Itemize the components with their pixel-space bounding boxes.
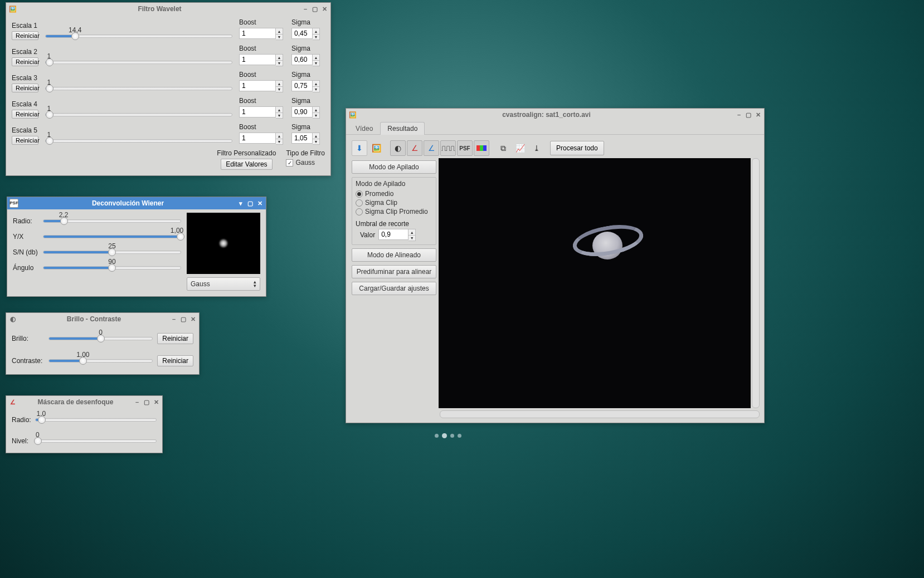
wiener-title: Deconvolución Wiener: [21, 199, 235, 207]
scale-row-2: Escala 2 Reiniciar 1 Boost ▲▼ Sigma ▲▼: [12, 45, 325, 66]
wiener-titlebar[interactable]: PSF Deconvolución Wiener ▾ ▢ ✕: [7, 197, 266, 209]
scale1-slider[interactable]: [45, 35, 232, 38]
scale1-sigma-spinner[interactable]: ▲▼: [291, 28, 325, 40]
result-image-view[interactable]: [439, 158, 751, 408]
psf-method-value: Gauss: [191, 280, 210, 288]
copy-icon[interactable]: ⧉: [495, 140, 511, 156]
unsharp-radius-slider[interactable]: [35, 418, 157, 422]
angle-red-tool-icon[interactable]: ∠: [407, 140, 422, 156]
rgb-align-icon[interactable]: [474, 140, 489, 156]
toolbar: ⬇ 🖼️ ◐ ∠ ∠ ⎍⎍⎍ PSF ⧉ 📈 ⤓ Procesar todo: [349, 138, 761, 158]
brightness-label: Brillo:: [12, 335, 44, 342]
curve-icon: ∠: [8, 398, 17, 406]
clip-value-spinner[interactable]: ▲▼: [378, 229, 416, 241]
stack-opt-sigmaavg[interactable]: Sigma Clip Promedio: [356, 208, 432, 215]
unsharp-level-label: Nivel:: [12, 437, 32, 445]
app-icon: 🖼️: [348, 110, 357, 119]
unsharp-titlebar[interactable]: ∠ Máscara de desenfoque – ▢ ✕: [6, 396, 162, 408]
psf-tool-icon[interactable]: PSF: [457, 140, 473, 156]
close-icon[interactable]: ✕: [152, 398, 160, 406]
maximize-icon[interactable]: ▢: [311, 5, 319, 13]
contrast-icon: ◐: [8, 315, 17, 324]
maximize-icon[interactable]: ▢: [143, 398, 150, 406]
maximize-icon[interactable]: ▢: [745, 111, 752, 119]
scale5-reset-button[interactable]: Reiniciar: [12, 136, 38, 145]
contrast-reset-button[interactable]: Reiniciar: [157, 355, 193, 366]
close-icon[interactable]: ✕: [256, 199, 264, 207]
process-all-button[interactable]: Procesar todo: [550, 141, 604, 155]
angle-slider[interactable]: [43, 266, 181, 270]
scale1-boost-spinner[interactable]: ▲▼: [239, 28, 287, 40]
align-mode-button[interactable]: Modo de Alineado: [352, 248, 436, 262]
contrast-tool-icon[interactable]: ◐: [390, 140, 406, 156]
minimize-icon[interactable]: –: [735, 111, 743, 119]
vertical-scrollbar[interactable]: [752, 158, 760, 408]
brightness-reset-button[interactable]: Reiniciar: [157, 333, 193, 344]
unsharp-level-slider[interactable]: [35, 439, 157, 443]
tab-video[interactable]: Vídeo: [348, 122, 380, 135]
contrast-slider[interactable]: [48, 359, 153, 363]
minimize-icon[interactable]: –: [170, 315, 178, 323]
wavelet-window: 🖼️ Filtro Wavelet – ▢ ✕ Escala 1 Reinici…: [6, 2, 331, 176]
sigma-label: Sigma: [291, 18, 325, 26]
tab-result[interactable]: Resultado: [380, 122, 425, 135]
scale2-slider[interactable]: [45, 61, 232, 64]
minimize-icon[interactable]: –: [301, 5, 309, 13]
yx-label: Y/X: [13, 233, 38, 241]
scale2-reset-button[interactable]: Reiniciar: [12, 57, 38, 66]
gauss-checkbox[interactable]: ✓ Gauss: [286, 159, 325, 166]
scale3-reset-button[interactable]: Reiniciar: [12, 84, 38, 92]
close-icon[interactable]: ✕: [320, 5, 328, 13]
scale3-sigma-spinner[interactable]: ▲▼: [291, 80, 325, 92]
custom-filter-label: Filtro Personalizado: [217, 149, 276, 157]
anchor-down-icon[interactable]: ⤓: [529, 140, 544, 156]
angle-blue-tool-icon[interactable]: ∠: [424, 140, 439, 156]
wavelet-window-icon: 🖼️: [8, 4, 17, 13]
close-icon[interactable]: ✕: [189, 315, 197, 323]
psf-preview: [187, 213, 260, 274]
stack-opt-avg[interactable]: Promedio: [356, 190, 432, 198]
close-icon[interactable]: ✕: [754, 111, 762, 119]
scale5-sigma-spinner[interactable]: ▲▼: [291, 133, 325, 145]
scale4-boost-spinner[interactable]: ▲▼: [239, 106, 287, 119]
stack-opt-sigma[interactable]: Sigma Clip: [356, 199, 432, 207]
value-label: Valor: [360, 231, 375, 239]
scale2-sigma-spinner[interactable]: ▲▼: [291, 54, 325, 66]
preblur-button[interactable]: Predifuminar para alinear: [352, 265, 436, 278]
equalizer-icon[interactable]: ⎍⎍⎍: [440, 140, 456, 156]
minimize-icon[interactable]: ▾: [237, 199, 245, 207]
minimize-icon[interactable]: –: [133, 398, 141, 406]
scale2-boost-spinner[interactable]: ▲▼: [239, 54, 287, 66]
unsharp-radius-label: Radio:: [12, 416, 32, 424]
sn-slider[interactable]: [43, 251, 181, 254]
wavelet-titlebar[interactable]: 🖼️ Filtro Wavelet – ▢ ✕: [6, 3, 330, 15]
scale4-reset-button[interactable]: Reiniciar: [12, 110, 38, 119]
scale3-boost-spinner[interactable]: ▲▼: [239, 80, 287, 92]
image-export-icon[interactable]: 🖼️: [368, 140, 384, 156]
save-down-icon[interactable]: ⬇: [352, 140, 367, 156]
edit-values-button[interactable]: Editar Valores: [221, 159, 272, 170]
main-titlebar[interactable]: 🖼️ cvastroalign: sat1_corto.avi – ▢ ✕: [346, 109, 764, 121]
maximize-icon[interactable]: ▢: [246, 199, 254, 207]
yx-slider[interactable]: [43, 235, 181, 238]
maximize-icon[interactable]: ▢: [179, 315, 187, 323]
scale5-boost-spinner[interactable]: ▲▼: [239, 133, 287, 145]
scale4-label: Escala 4: [12, 100, 38, 108]
scale4-sigma-spinner[interactable]: ▲▼: [291, 106, 325, 119]
chart-icon[interactable]: 📈: [512, 140, 528, 156]
horizontal-scrollbar[interactable]: [440, 410, 760, 418]
bc-titlebar[interactable]: ◐ Brillo - Contraste – ▢ ✕: [6, 313, 199, 325]
stack-mode-button[interactable]: Modo de Apilado: [352, 160, 436, 174]
scale5-slider[interactable]: [45, 139, 232, 143]
brightness-slider[interactable]: [48, 337, 153, 340]
scale-row-3: Escala 3 Reiniciar 1 Boost ▲▼ Sigma ▲▼: [12, 71, 325, 92]
radio-slider[interactable]: [43, 219, 181, 223]
scale4-slider[interactable]: [45, 113, 232, 116]
loadsave-button[interactable]: Cargar/Guardar ajustes: [352, 282, 436, 295]
radio-label: Radio:: [13, 217, 38, 225]
main-title: cvastroalign: sat1_corto.avi: [359, 111, 733, 119]
scale3-slider[interactable]: [45, 87, 232, 90]
scale1-reset-button[interactable]: Reiniciar: [12, 31, 38, 40]
scale1-label: Escala 1: [12, 22, 38, 30]
psf-method-dropdown[interactable]: Gauss ▴▾: [187, 277, 260, 291]
